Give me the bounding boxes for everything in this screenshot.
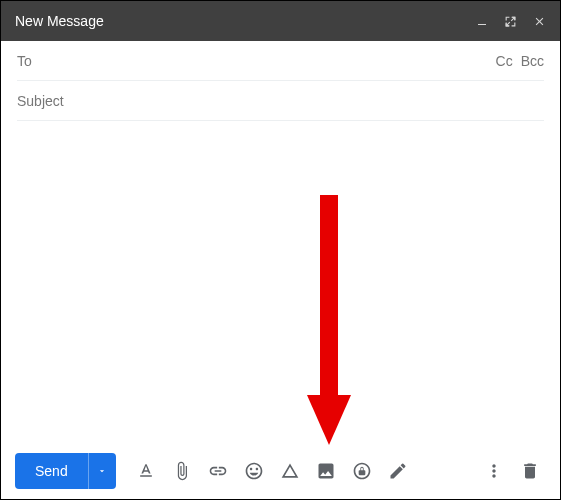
bcc-button[interactable]: Bcc	[521, 53, 544, 69]
cc-bcc-group: Cc Bcc	[496, 53, 544, 69]
formatting-icon[interactable]	[130, 455, 162, 487]
window-controls	[476, 15, 546, 28]
to-field-row[interactable]: To Cc Bcc	[17, 41, 544, 81]
drive-icon[interactable]	[274, 455, 306, 487]
more-options-icon[interactable]	[478, 455, 510, 487]
send-button-group: Send	[15, 453, 116, 489]
svg-rect-0	[478, 24, 486, 25]
titlebar: New Message	[1, 1, 560, 41]
message-body[interactable]	[1, 121, 560, 443]
header-fields: To Cc Bcc Subject	[1, 41, 560, 121]
minimize-icon[interactable]	[476, 15, 488, 27]
send-options-button[interactable]	[88, 453, 116, 489]
discard-draft-icon[interactable]	[514, 455, 546, 487]
cc-button[interactable]: Cc	[496, 53, 513, 69]
insert-photo-icon[interactable]	[310, 455, 342, 487]
window-title: New Message	[15, 13, 104, 29]
insert-emoji-icon[interactable]	[238, 455, 270, 487]
confidential-mode-icon[interactable]	[346, 455, 378, 487]
attach-files-icon[interactable]	[166, 455, 198, 487]
compose-window: New Message To Cc Bcc Subject	[0, 0, 561, 500]
to-placeholder: To	[17, 53, 496, 69]
insert-signature-icon[interactable]	[382, 455, 414, 487]
subject-placeholder: Subject	[17, 93, 544, 109]
insert-link-icon[interactable]	[202, 455, 234, 487]
fullscreen-icon[interactable]	[504, 15, 517, 28]
right-tools	[478, 455, 546, 487]
compose-toolbar: Send	[1, 443, 560, 499]
subject-field-row[interactable]: Subject	[17, 81, 544, 121]
formatting-tools	[130, 455, 414, 487]
send-button[interactable]: Send	[15, 453, 88, 489]
close-icon[interactable]	[533, 15, 546, 28]
